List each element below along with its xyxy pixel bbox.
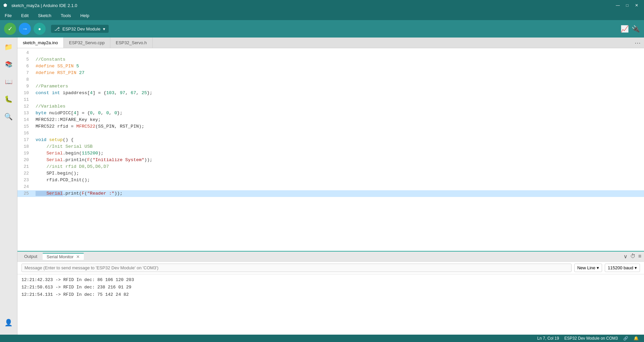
board-dropdown-icon: ▾ <box>103 26 105 31</box>
sidebar-debug-icon[interactable]: 🐛 <box>3 93 15 105</box>
notification-icon: 🔔 <box>634 336 639 341</box>
new-line-dropdown[interactable]: New Line ▾ <box>574 264 602 272</box>
new-line-dropdown-arrow: ▾ <box>597 265 599 270</box>
serial-input-bar: New Line ▾ 115200 baud ▾ <box>17 262 644 274</box>
code-line-20: 20 Serial.println(F("Initialize System")… <box>17 157 644 163</box>
code-line-4: 4 <box>17 50 644 56</box>
connection-icon: 🔗 <box>623 336 628 341</box>
chevron-down-icon[interactable]: ∨ <box>624 253 628 260</box>
status-bar: Ln 7, Col 19 ESP32 Dev Module on COM3 🔗 … <box>0 335 644 342</box>
sidebar-book-icon[interactable]: 📚 <box>3 58 15 70</box>
baud-rate-label: 115200 baud <box>608 265 633 270</box>
board-selector-icon: ⎇ <box>54 26 60 31</box>
status-bar-right: Ln 7, Col 19 ESP32 Dev Module on COM3 🔗 … <box>537 336 639 341</box>
menu-edit[interactable]: Edit <box>19 12 31 19</box>
menu-help[interactable]: Help <box>78 12 91 19</box>
sidebar-library-icon[interactable]: 📖 <box>3 76 15 88</box>
menu-tools[interactable]: Tools <box>59 12 73 19</box>
tab-output[interactable]: Output <box>20 253 41 260</box>
serial-message-input[interactable] <box>21 264 572 272</box>
code-line-13: 13 byte nuidPICC[4] = {0, 0, 0, 0}; <box>17 110 644 117</box>
cursor-position: Ln 7, Col 19 <box>537 336 559 341</box>
serial-monitor-close-button[interactable]: ✕ <box>76 254 80 259</box>
panel-right-icons: ∨ ⏱ ≡ <box>624 253 641 260</box>
title-bar: ⬟ sketch_may2a | Arduino IDE 2.1.0 — □ ✕ <box>0 0 644 11</box>
code-line-24: 24 <box>17 184 644 190</box>
maximize-button[interactable]: □ <box>623 1 631 9</box>
code-line-11: 11 <box>17 96 644 103</box>
serial-output: 12:21:42.323 -> RFID In dec: 86 106 120 … <box>17 274 644 335</box>
menu-sketch[interactable]: Sketch <box>36 12 53 19</box>
debug-button[interactable]: ● <box>34 23 46 35</box>
serial-line-3: 12:21:54.131 -> RFID In dec: 75 142 24 8… <box>21 291 640 298</box>
tab-servo-h[interactable]: ESP32_Servo.h <box>110 38 153 48</box>
tab-servo-cpp[interactable]: ESP32_Servo.cpp <box>64 38 110 48</box>
code-line-10: 10 const int ipaddress[4] = {103, 97, 67… <box>17 90 644 96</box>
serial-line-2: 12:21:50.613 -> RFID In dec: 238 216 01 … <box>21 284 640 291</box>
panel-menu-icon[interactable]: ≡ <box>638 253 641 260</box>
serial-monitor-button[interactable]: 🔌 <box>632 25 640 33</box>
verify-button[interactable]: ✓ <box>4 23 16 35</box>
code-line-16: 16 <box>17 130 644 137</box>
code-line-23: 23 rfid.PCD_Init(); <box>17 177 644 184</box>
code-line-6: 6 #define SS_PIN 5 <box>17 63 644 70</box>
minimize-button[interactable]: — <box>614 1 622 9</box>
main-area: 📁 📚 📖 🐛 🔍 👤 sketch_may2a.ino ESP32_Servo… <box>0 38 644 335</box>
code-line-17: 17 void setup() { <box>17 137 644 143</box>
panel-tabs: Output Serial Monitor ✕ ∨ ⏱ ≡ <box>17 252 644 262</box>
editor-area: sketch_may2a.ino ESP32_Servo.cpp ESP32_S… <box>17 38 644 335</box>
sidebar-user-icon[interactable]: 👤 <box>3 317 15 329</box>
code-line-14: 14 MFRC522::MIFARE_Key key; <box>17 117 644 123</box>
toolbar-right: 📈 🔌 <box>621 25 640 33</box>
code-line-25: 25 Serial.print(F("Reader :")); <box>17 190 644 197</box>
code-line-5: 5 //Constants <box>17 56 644 63</box>
board-selector-label: ESP32 Dev Module <box>62 26 100 31</box>
toolbar: ✓ → ● ⎇ ESP32 Dev Module ▾ 📈 🔌 <box>0 20 644 38</box>
bottom-panel: Output Serial Monitor ✕ ∨ ⏱ ≡ New Line ▾ <box>17 251 644 335</box>
sidebar: 📁 📚 📖 🐛 🔍 👤 <box>0 38 17 335</box>
board-status: ESP32 Dev Module on COM3 <box>565 336 618 341</box>
tab-sketch-ino[interactable]: sketch_may2a.ino <box>17 38 64 48</box>
code-line-18: 18 //Init Serial USB <box>17 143 644 150</box>
editor-tabs: sketch_may2a.ino ESP32_Servo.cpp ESP32_S… <box>17 38 644 48</box>
close-button[interactable]: ✕ <box>633 1 641 9</box>
serial-line-1: 12:21:42.323 -> RFID In dec: 86 106 120 … <box>21 276 640 284</box>
sidebar-folder-icon[interactable]: 📁 <box>3 41 15 53</box>
code-line-21: 21 //init rfid D8,D5,D6,D7 <box>17 163 644 170</box>
tabs-more-button[interactable]: ⋯ <box>631 39 644 47</box>
code-line-19: 19 Serial.begin(115200); <box>17 150 644 157</box>
code-line-15: 15 MFRC522 rfid = MFRC522(SS_PIN, RST_PI… <box>17 123 644 130</box>
upload-button[interactable]: → <box>19 23 31 35</box>
window-controls: — □ ✕ <box>614 1 641 9</box>
menu-bar: File Edit Sketch Tools Help <box>0 11 644 20</box>
clock-icon[interactable]: ⏱ <box>630 253 636 260</box>
app-icon: ⬟ <box>3 3 9 8</box>
code-line-8: 8 <box>17 76 644 83</box>
board-selector[interactable]: ⎇ ESP32 Dev Module ▾ <box>51 25 109 33</box>
baud-rate-dropdown-arrow: ▾ <box>635 265 637 270</box>
window-title: sketch_may2a | Arduino IDE 2.1.0 <box>11 3 614 8</box>
menu-file[interactable]: File <box>3 12 14 19</box>
tab-serial-monitor[interactable]: Serial Monitor ✕ <box>43 253 84 260</box>
new-line-label: New Line <box>577 265 595 270</box>
code-editor[interactable]: 4 5 //Constants 6 #define SS_PIN 5 7 #de… <box>17 48 644 251</box>
baud-rate-dropdown[interactable]: 115200 baud ▾ <box>605 264 640 272</box>
code-line-9: 9 //Parameters <box>17 83 644 90</box>
plotter-button[interactable]: 📈 <box>621 25 629 33</box>
code-line-7: 7 #define RST_PIN 27 <box>17 70 644 76</box>
code-line-22: 22 SPI.begin(); <box>17 170 644 177</box>
code-line-12: 12 //Variables <box>17 103 644 110</box>
sidebar-search-icon[interactable]: 🔍 <box>3 111 15 123</box>
